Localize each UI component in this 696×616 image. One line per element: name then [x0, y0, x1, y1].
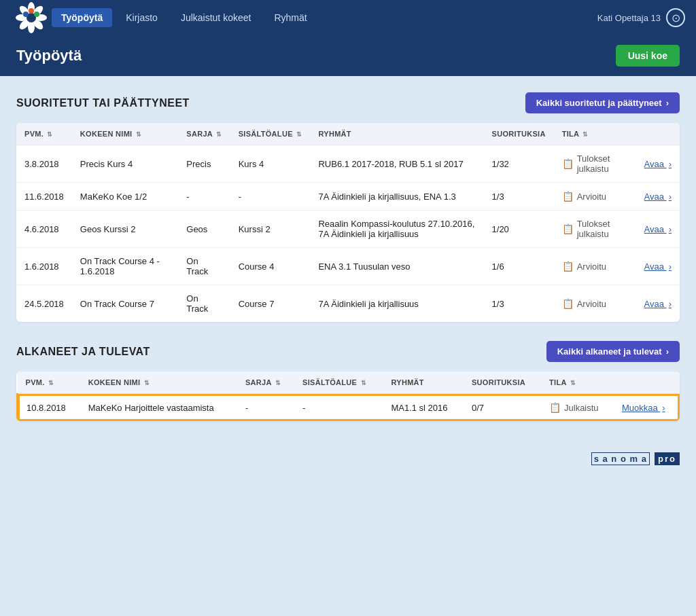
- cell-ryhmat: 7A Äidinkieli ja kirjallisuus, ENA 1.3: [310, 183, 483, 211]
- col-name: KOKEEN NIMI ⇅: [80, 372, 237, 394]
- status-icon: 📋: [549, 402, 561, 413]
- status-label: Arvioitu: [577, 261, 606, 272]
- svg-point-11: [34, 12, 39, 17]
- sort-icon: ⇅: [47, 131, 52, 138]
- cell-sisaltoalue: Course 7: [230, 285, 311, 323]
- cell-tila: 📋 Julkaistu: [541, 394, 614, 422]
- cell-name: On Track Course 7: [72, 285, 178, 323]
- col-date: PVM. ⇅: [18, 372, 80, 394]
- cell-name: On Track Course 4 - 1.6.2018: [72, 248, 178, 285]
- col-name: KOKEEN NIMI ⇅: [72, 123, 178, 145]
- user-menu[interactable]: Kati Opettaja 13 ⊙: [597, 8, 685, 27]
- col-suorituksia: SUORITUKSIA: [484, 123, 554, 145]
- avaa-link[interactable]: Avaa ›: [644, 224, 672, 234]
- cell-name: MaKeKo Harjoittele vastaamista: [80, 394, 237, 422]
- cell-tila: 📋 Tulokset julkaistu: [554, 145, 636, 183]
- cell-sisaltoalue: Kurs 4: [230, 145, 311, 183]
- completed-section-header: SUORITETUT TAI PÄÄTTYNEET Kaikki suorite…: [16, 92, 680, 113]
- cell-sisaltoalue: Course 4: [230, 248, 311, 285]
- cell-action[interactable]: Avaa ›: [636, 285, 680, 323]
- chevron-right-icon: ›: [669, 261, 672, 272]
- table-row: 3.8.2018 Precis Kurs 4 Precis Kurs 4 RUB…: [16, 145, 680, 183]
- muokkaa-link[interactable]: Muokkaa ›: [622, 403, 665, 413]
- avaa-link[interactable]: Avaa ›: [644, 261, 672, 272]
- cell-date: 1.6.2018: [16, 248, 72, 285]
- status-label: Tulokset julkaistu: [577, 153, 628, 174]
- upcoming-section-header: ALKANEET JA TULEVAT Kaikki alkaneet ja t…: [16, 341, 680, 362]
- cell-tila: 📋 Tulokset julkaistu: [554, 211, 636, 248]
- avaa-link[interactable]: Avaa ›: [644, 159, 672, 169]
- chevron-right-icon: ›: [666, 98, 669, 108]
- status-icon: 📋: [562, 298, 574, 309]
- col-ryhmat: RYHMÄT: [310, 123, 483, 145]
- status-icon: 📋: [562, 261, 574, 272]
- cell-sisaltoalue: -: [230, 183, 311, 211]
- cell-tila: 📋 Arvioitu: [554, 248, 636, 285]
- table-row: 1.6.2018 On Track Course 4 - 1.6.2018 On…: [16, 248, 680, 285]
- user-avatar-icon: ⊙: [666, 8, 685, 27]
- sort-icon: ⇅: [570, 380, 576, 386]
- cell-name: MaKeKo Koe 1/2: [72, 183, 178, 211]
- col-tila: TILA ⇅: [541, 372, 614, 394]
- cell-action[interactable]: Avaa ›: [636, 183, 680, 211]
- sort-icon: ⇅: [136, 131, 141, 138]
- sort-icon: ⇅: [361, 380, 366, 386]
- chevron-right-icon: ›: [662, 403, 665, 413]
- brand-name: s a n o m a pro: [591, 452, 680, 464]
- nav-link-tyopoyta[interactable]: Työpöytä: [52, 8, 112, 27]
- all-completed-button[interactable]: Kaikki suoritetut ja päättyneet ›: [525, 92, 680, 113]
- cell-date: 24.5.2018: [16, 285, 72, 323]
- sort-icon: ⇅: [275, 380, 281, 386]
- cell-ryhmat: MA1.1 sl 2016: [383, 394, 464, 422]
- col-tila: TILA ⇅: [554, 123, 636, 145]
- avaa-link[interactable]: Avaa ›: [644, 192, 672, 202]
- col-sarja: SARJA ⇅: [237, 372, 294, 394]
- completed-section: SUORITETUT TAI PÄÄTTYNEET Kaikki suorite…: [16, 92, 680, 322]
- status-label: Julkaistu: [564, 403, 599, 413]
- cell-name: Geos Kurssi 2: [72, 211, 178, 248]
- col-action: [636, 123, 680, 145]
- nav-link-ryhmat[interactable]: Ryhmät: [264, 8, 316, 27]
- all-upcoming-button[interactable]: Kaikki alkaneet ja tulevat ›: [546, 341, 680, 362]
- cell-date: 4.6.2018: [16, 211, 72, 248]
- app-logo: [11, 1, 52, 34]
- status-label: Arvioitu: [577, 192, 606, 202]
- sort-icon: ⇅: [582, 131, 588, 138]
- status-icon: 📋: [562, 158, 574, 169]
- chevron-right-icon: ›: [669, 224, 672, 234]
- completed-title: SUORITETUT TAI PÄÄTTYNEET: [16, 97, 190, 109]
- cell-action[interactable]: Avaa ›: [636, 248, 680, 285]
- cell-tila: 📋 Arvioitu: [554, 285, 636, 323]
- svg-point-12: [23, 12, 29, 17]
- nav-link-kirjasto[interactable]: Kirjasto: [116, 8, 167, 27]
- cell-date: 11.6.2018: [16, 183, 72, 211]
- user-name: Kati Opettaja 13: [597, 13, 661, 23]
- upcoming-table-header: PVM. ⇅ KOKEEN NIMI ⇅ SARJA ⇅ SISÄLTÖALUE…: [18, 372, 680, 394]
- cell-tila: 📋 Arvioitu: [554, 183, 636, 211]
- avaa-link[interactable]: Avaa ›: [644, 299, 672, 309]
- upcoming-section: ALKANEET JA TULEVAT Kaikki alkaneet ja t…: [16, 341, 680, 421]
- new-exam-button[interactable]: Uusi koe: [616, 45, 680, 67]
- cell-action[interactable]: Muokkaa ›: [614, 394, 680, 422]
- sort-icon: ⇅: [48, 380, 54, 386]
- cell-suorituksia: 1/32: [484, 145, 554, 183]
- cell-sarja: -: [237, 394, 294, 422]
- cell-ryhmat: 7A Äidinkieli ja kirjallisuus: [310, 285, 483, 323]
- nav-links: Työpöytä Kirjasto Julkaistut kokeet Ryhm…: [52, 8, 597, 27]
- completed-table: PVM. ⇅ KOKEEN NIMI ⇅ SARJA ⇅ SISÄLTÖALUE…: [16, 123, 680, 322]
- cell-ryhmat: RUB6.1 2017-2018, RUB 5.1 sl 2017: [310, 145, 483, 183]
- col-sisaltoalue: SISÄLTÖALUE ⇅: [294, 372, 383, 394]
- cell-sarja: On Track: [178, 248, 230, 285]
- cell-ryhmat: Reaalin Kompassi-koulutus 27.10.2016, 7A…: [310, 211, 483, 248]
- cell-name: Precis Kurs 4: [72, 145, 178, 183]
- page-header: Työpöytä Uusi koe: [0, 35, 696, 76]
- nav-link-julkaistut[interactable]: Julkaistut kokeet: [171, 8, 261, 27]
- col-sisaltoalue: SISÄLTÖALUE ⇅: [230, 123, 311, 145]
- cell-action[interactable]: Avaa ›: [636, 211, 680, 248]
- cell-sarja: Geos: [178, 211, 230, 248]
- cell-ryhmat: ENA 3.1 Tuusulan veso: [310, 248, 483, 285]
- cell-action[interactable]: Avaa ›: [636, 145, 680, 183]
- col-suorituksia: SUORITUKSIA: [464, 372, 541, 394]
- table-row: 11.6.2018 MaKeKo Koe 1/2 - - 7A Äidinkie…: [16, 183, 680, 211]
- completed-table-header: PVM. ⇅ KOKEEN NIMI ⇅ SARJA ⇅ SISÄLTÖALUE…: [16, 123, 680, 145]
